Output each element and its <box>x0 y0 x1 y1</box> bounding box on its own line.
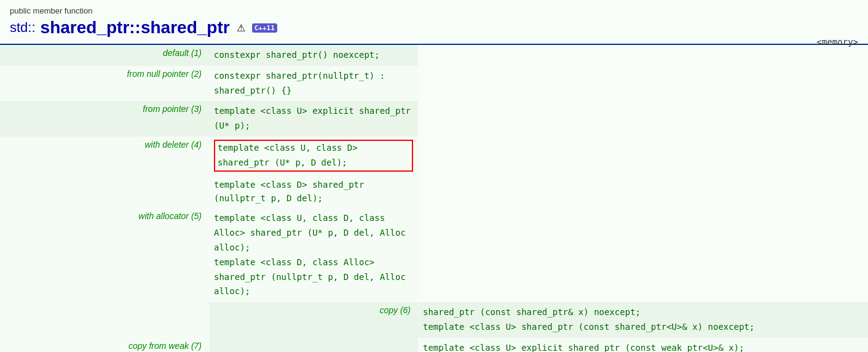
cpp-badge: C++11 <box>252 23 277 33</box>
row-label: copy from weak (7) <box>0 338 209 352</box>
row-label: with allocator (5) <box>0 208 209 337</box>
row-code: shared_ptr (const shared_ptr& x) noexcep… <box>418 302 868 338</box>
table-row: with allocator (5)template <class U, cla… <box>0 208 868 302</box>
table-row: from pointer (3)template <class U> expli… <box>0 101 868 137</box>
row-code: template <class U> explicit shared_ptr (… <box>418 338 868 352</box>
row-code: template <class D> shared_ptr (nullptr_t… <box>209 175 418 209</box>
row-code: template <class U> explicit shared_ptr (… <box>209 101 418 137</box>
header-section: public member function std::shared_ptr::… <box>0 0 868 44</box>
memory-ref: <memory> <box>817 37 858 47</box>
row-label: with deleter (4) <box>0 137 209 208</box>
public-member-label: public member function <box>10 6 858 15</box>
warning-icon: ⚠ <box>235 22 247 34</box>
title-main: shared_ptr::shared_ptr <box>41 18 230 38</box>
row-code: template <class U, class D, class Alloc>… <box>209 208 418 302</box>
row-label: from pointer (3) <box>0 101 209 137</box>
title-prefix: std:: <box>10 20 36 36</box>
table-row: from null pointer (2)constexpr shared_pt… <box>0 66 868 102</box>
table-row: with deleter (4)template <class U, class… <box>0 137 868 175</box>
row-code: template <class U, class D> shared_ptr (… <box>209 137 418 175</box>
table-row: copy from weak (7)template <class U> exp… <box>0 338 868 352</box>
row-code: constexpr shared_ptr(nullptr_t) : shared… <box>209 66 418 102</box>
content-table: default (1)constexpr shared_ptr() noexce… <box>0 45 868 352</box>
row-code: constexpr shared_ptr() noexcept; <box>209 45 418 66</box>
title-line: std::shared_ptr::shared_ptr ⚠ C++11 <box>10 18 858 38</box>
row-label: default (1) <box>0 45 209 66</box>
row-label: from null pointer (2) <box>0 66 209 102</box>
row-label: copy (6) <box>209 302 418 352</box>
table-row: default (1)constexpr shared_ptr() noexce… <box>0 45 868 66</box>
